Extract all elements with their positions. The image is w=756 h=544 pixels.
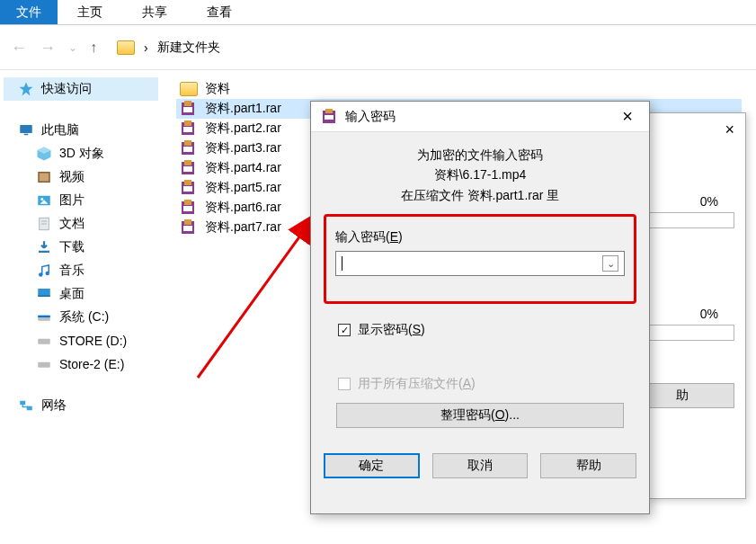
file-folder[interactable]: 资料 [176,79,742,99]
chevron-down-icon[interactable]: ⌄ [602,255,618,272]
sidebar-label: Store-2 (E:) [59,357,124,371]
folder-icon [117,40,135,55]
svg-rect-17 [38,296,50,298]
desktop-icon [36,286,52,302]
cube-icon [36,146,52,162]
file-name: 资料 [205,81,230,97]
svg-rect-26 [183,107,192,112]
film-icon [36,169,52,185]
sidebar-item-drive-c[interactable]: 系统 (C:) [4,306,158,329]
sidebar-item-drive-e[interactable]: Store-2 (E:) [4,352,158,376]
all-archives-checkbox: 用于所有压缩文件(A) [338,376,622,392]
folder-icon [180,82,198,96]
svg-rect-34 [184,160,191,165]
rar-icon [180,180,198,196]
ok-button[interactable]: 确定 [324,453,420,478]
svg-marker-0 [20,83,33,96]
sidebar-label: 快速访问 [41,81,92,97]
show-password-checkbox[interactable]: ✓ 显示密码(S) [338,322,622,338]
sidebar-quick-access[interactable]: 快速访问 [4,77,158,101]
cancel-button[interactable]: 取消 [432,453,529,478]
drive-icon [36,333,52,349]
sidebar-item-3d[interactable]: 3D 对象 [4,142,158,165]
rar-icon [180,160,198,176]
ribbon-tab-share[interactable]: 共享 [122,0,187,24]
svg-rect-21 [38,362,50,368]
download-icon [36,239,52,255]
sidebar-label: 3D 对象 [59,146,104,162]
text-cursor [342,256,342,271]
file-name: 资料.part4.rar [205,160,281,176]
svg-rect-43 [184,219,191,225]
svg-rect-37 [184,180,191,185]
sidebar-item-desktop[interactable]: 桌面 [4,282,158,306]
document-icon [36,216,52,232]
dialog-titlebar[interactable]: 输入密码 × [311,102,649,132]
extract-progress-dialog: × 0% 0% 助 [647,112,746,499]
rar-icon [320,109,338,125]
sidebar-label: 网络 [41,397,67,414]
nav-back-button[interactable]: ← [11,40,27,56]
network-icon [18,397,34,414]
password-label: 输入密码(E) [335,229,625,245]
toolbar: ← → ⌄ ↑ › 新建文件夹 [0,25,756,70]
sidebar-item-documents[interactable]: 文档 [4,212,158,236]
music-icon [36,263,52,279]
address-bar[interactable]: › 新建文件夹 [110,40,745,56]
sidebar-item-videos[interactable]: 视频 [4,165,158,189]
file-name: 资料.part7.rar [205,219,281,236]
svg-rect-6 [40,174,49,182]
ribbon-tab-view[interactable]: 查看 [187,0,252,24]
ribbon-tab-home[interactable]: 主页 [58,0,122,24]
sidebar-label: 桌面 [59,286,84,302]
svg-rect-49 [325,115,334,120]
svg-rect-40 [184,200,191,205]
highlight-zone: 输入密码(E) ⌄ [324,214,636,304]
progress-pct-1: 0% [700,194,718,209]
nav-forward-button[interactable]: → [40,40,56,56]
svg-rect-44 [183,226,192,231]
file-name: 资料.part5.rar [205,180,281,196]
sidebar-label: 此电脑 [41,122,79,138]
dialog-message: 为加密的文件输入密码 资料\6.17-1.mp4 在压缩文件 资料.part1.… [324,145,636,205]
sidebar-this-pc[interactable]: 此电脑 [4,119,158,142]
rar-icon [180,101,198,117]
sidebar-label: 音乐 [59,263,84,279]
svg-rect-38 [183,186,192,192]
svg-point-8 [40,198,43,201]
sidebar-item-drive-d[interactable]: STORE (D:) [4,329,158,352]
password-input[interactable]: ⌄ [335,251,625,276]
svg-rect-35 [183,166,192,172]
svg-rect-19 [38,316,50,317]
rar-icon [180,120,198,137]
password-dialog: 输入密码 × 为加密的文件输入密码 资料\6.17-1.mp4 在压缩文件 资料… [310,101,650,514]
file-name: 资料.part6.rar [205,200,281,216]
nav-recent-dropdown[interactable]: ⌄ [68,42,77,53]
ribbon-file-tab[interactable]: 文件 [0,0,58,24]
file-name: 资料.part2.rar [205,120,281,137]
sidebar-item-downloads[interactable]: 下载 [4,236,158,259]
svg-rect-48 [325,109,333,113]
help-button[interactable]: 帮助 [540,453,636,478]
rar-icon [180,219,198,236]
sidebar-item-music[interactable]: 音乐 [4,259,158,282]
dialog-close-button[interactable]: × [615,106,640,127]
nav-up-button[interactable]: ↑ [90,40,97,56]
dialog-title: 输入密码 [345,109,608,125]
svg-rect-22 [20,401,25,406]
svg-rect-20 [38,339,50,344]
sidebar-label: 系统 (C:) [59,309,109,326]
rar-icon [180,140,198,156]
svg-rect-13 [39,251,49,253]
svg-rect-2 [24,134,29,136]
checkbox-icon [338,378,351,390]
sidebar-network[interactable]: 网络 [4,394,158,417]
checkbox-checked-icon: ✓ [338,324,351,336]
sidebar-item-pictures[interactable]: 图片 [4,189,158,212]
sidebar-label: 文档 [59,216,84,232]
file-name: 资料.part3.rar [205,140,281,156]
svg-point-14 [39,272,43,277]
organize-passwords-button[interactable]: 整理密码(O)... [336,403,624,428]
close-button[interactable]: × [725,120,734,139]
breadcrumb-folder[interactable]: 新建文件夹 [157,40,220,56]
